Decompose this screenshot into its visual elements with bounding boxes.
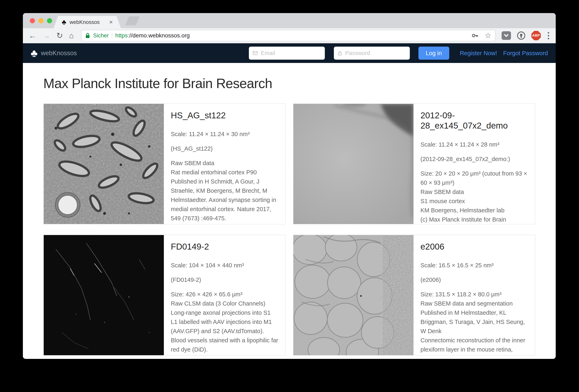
saved-password-key-icon[interactable] [471, 32, 479, 39]
url-text: https://demo.webknossos.org [115, 32, 190, 39]
browser-menu-icon[interactable] [547, 31, 550, 40]
dataset-description: Size: 20 × 20 × 20 μm³ (cutout from 93 ×… [421, 169, 528, 224]
dataset-id: (e2006) [421, 275, 528, 285]
reload-icon[interactable]: ↻ [56, 32, 63, 39]
dataset-id: (2012-09-28_ex145_07x2_demo:) [421, 155, 528, 164]
dataset-description: Size: 426 × 426 × 65.6 μm³ Raw CLSM data… [171, 290, 278, 355]
dataset-title[interactable]: 2012-09-28_ex145_07x2_demo [421, 110, 528, 131]
email-field[interactable] [260, 50, 321, 57]
email-field-wrap [249, 47, 325, 60]
dataset-thumbnail[interactable] [293, 104, 414, 224]
register-link[interactable]: Register Now! [460, 50, 497, 57]
clover-favicon-icon: ♣ [62, 19, 66, 26]
browser-toolbar: ← → ↻ ⌂ Sicher https://demo.webknossos.o… [23, 28, 556, 43]
url-rest: //demo.webknossos.org [129, 32, 190, 39]
email-envelope-icon [253, 51, 258, 55]
dataset-title[interactable]: HS_AG_st122 [171, 110, 278, 121]
tab-close-icon[interactable]: × [109, 19, 113, 25]
app-navbar: ♣ webKnossos Log in Register Now! [23, 43, 556, 63]
dataset-thumbnail[interactable] [293, 235, 414, 355]
new-tab-button[interactable] [125, 16, 140, 25]
close-window-button[interactable] [30, 18, 35, 23]
browser-window: ♣ webKnossos × ← → ↻ ⌂ Sicher https://de… [23, 13, 556, 359]
back-icon[interactable]: ← [29, 32, 36, 39]
dataset-scale: Scale: 11.24 × 11.24 × 30 nm³ [171, 130, 278, 139]
url-scheme: https: [115, 32, 129, 39]
keyhole-slot [520, 36, 522, 38]
dataset-grid: HS_AG_st122 Scale: 11.24 × 11.24 × 30 nm… [43, 103, 535, 356]
zoom-window-button[interactable] [47, 18, 52, 23]
adblock-plus-extension-icon[interactable]: ABP [531, 31, 541, 40]
home-icon[interactable]: ⌂ [69, 32, 74, 39]
forgot-password-link[interactable]: Forgot Password [503, 50, 548, 57]
dataset-card: FD0149-2 Scale: 104 × 104 × 440 nm³ (FD0… [43, 235, 286, 356]
dataset-id: (FD0149-2) [171, 275, 278, 285]
gallery-page: Max Planck Institute for Brain Research [23, 63, 556, 358]
password-lock-icon [338, 50, 342, 56]
password-field-wrap [334, 47, 410, 60]
tab-title: webKnossos [70, 19, 109, 25]
dataset-scale: Scale: 16.5 × 16.5 × 25 nm³ [421, 261, 528, 270]
dataset-thumbnail[interactable] [44, 235, 164, 355]
dataset-description: Size: 131.5 × 118.2 × 80.0 μm³ Raw SBEM … [421, 290, 528, 355]
bookmark-star-icon[interactable]: ☆ [485, 32, 491, 39]
dataset-title[interactable]: e2006 [421, 241, 528, 252]
forward-icon[interactable]: → [43, 32, 50, 39]
login-button[interactable]: Log in [418, 47, 449, 60]
dataset-card: 2012-09-28_ex145_07x2_demo Scale: 11.24 … [293, 103, 535, 224]
dataset-scale: Scale: 11.24 × 11.24 × 28 nm³ [421, 140, 528, 149]
traffic-lights [30, 18, 52, 23]
brand-name: webKnossos [41, 49, 77, 57]
tab-strip: ♣ webKnossos × [23, 13, 556, 28]
omnibox-divider [112, 32, 112, 39]
dataset-scale: Scale: 104 × 104 × 440 nm³ [171, 261, 278, 270]
dataset-thumbnail[interactable] [44, 104, 164, 224]
dataset-info-panel: FD0149-2 Scale: 104 × 104 × 440 nm³ (FD0… [164, 235, 285, 355]
page-title: Max Planck Institute for Brain Research [43, 76, 535, 91]
dataset-id: (HS_AG_st122) [171, 144, 278, 153]
dataset-info-panel: 2012-09-28_ex145_07x2_demo Scale: 11.24 … [414, 104, 535, 224]
dataset-title[interactable]: FD0149-2 [171, 241, 278, 252]
dataset-description: Raw SBEM data Rat medial entorhinal cort… [171, 158, 278, 224]
lock-icon[interactable] [85, 32, 90, 39]
pocket-extension-icon[interactable] [502, 31, 511, 40]
dataset-card: HS_AG_st122 Scale: 11.24 × 11.24 × 30 nm… [43, 103, 286, 224]
minimize-window-button[interactable] [38, 18, 44, 23]
chevron-down-icon [504, 32, 509, 37]
password-field[interactable] [345, 50, 406, 57]
security-label: Sicher [93, 32, 109, 39]
dataset-card: e2006 Scale: 16.5 × 16.5 × 25 nm³ (e2006… [293, 235, 535, 356]
address-bar[interactable]: Sicher https://demo.webknossos.org ☆ [81, 30, 496, 41]
browser-tab[interactable]: ♣ webKnossos × [54, 16, 121, 28]
onepassword-extension-icon[interactable] [517, 31, 525, 40]
dataset-info-panel: e2006 Scale: 16.5 × 16.5 × 25 nm³ (e2006… [414, 235, 535, 355]
dataset-info-panel: HS_AG_st122 Scale: 11.24 × 11.24 × 30 nm… [164, 104, 285, 224]
clover-logo-icon: ♣ [31, 48, 38, 59]
